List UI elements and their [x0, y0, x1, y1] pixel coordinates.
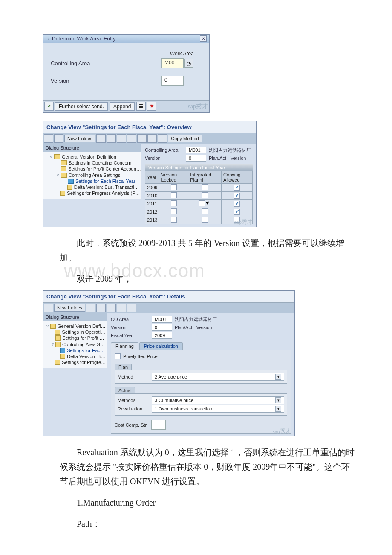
fiscal-year-label: Fiscal Year: [111, 333, 152, 338]
methods-select[interactable]: 3 Cumulative price▾: [152, 396, 284, 404]
append-button[interactable]: Append: [110, 102, 135, 111]
actual-subhead: Actual: [115, 387, 135, 393]
tree-node-progress[interactable]: Settings for Progress Anal: [45, 359, 107, 365]
dropdown-icon[interactable]: ▾: [275, 406, 281, 412]
copying-checkbox[interactable]: ✔: [234, 209, 240, 215]
ca-label: Controlling Area: [145, 147, 186, 153]
tree-node-controlling[interactable]: ▿Controlling Area Settings: [45, 341, 107, 347]
table-row[interactable]: 2009✔: [145, 184, 253, 192]
cell-year: 2013: [145, 216, 159, 224]
integrated-checkbox[interactable]: [202, 184, 208, 190]
tree-node-general[interactable]: ▿General Version Definition: [45, 323, 107, 329]
view-title: Change View "Settings for Each Fiscal Ye…: [43, 121, 256, 133]
dialog-determine-work-area: ☞ Determine Work Area: Entry ✕ Work Area…: [43, 34, 210, 113]
further-select-button[interactable]: Further select cond.: [55, 102, 108, 111]
f4-help-icon[interactable]: ◔: [184, 59, 193, 68]
deselect-icon[interactable]: [137, 134, 147, 143]
revaluation-label: Revaluation: [118, 406, 152, 411]
version-input[interactable]: 0: [161, 76, 184, 86]
window-icon: ☞: [46, 36, 50, 42]
integrated-checkbox[interactable]: [199, 200, 205, 206]
tree-node-operating[interactable]: Settings in Operating Con: [45, 329, 107, 335]
copying-checkbox[interactable]: ✔: [234, 201, 240, 207]
print-icon[interactable]: [147, 134, 157, 143]
version-text: Plan/Act - Version: [175, 325, 212, 330]
save-icon[interactable]: [107, 134, 116, 143]
dialog-title: Determine Work Area: Entry: [52, 36, 115, 42]
ver-value: 0: [186, 155, 206, 162]
save-icon[interactable]: [96, 304, 106, 312]
fiscal-year-value[interactable]: 2009: [152, 332, 172, 339]
tree-node-operating[interactable]: Settings in Operating Concern: [45, 160, 141, 166]
undo-icon[interactable]: [107, 304, 116, 312]
table-row[interactable]: 2010✔: [145, 192, 253, 200]
locked-checkbox[interactable]: [171, 208, 177, 214]
copy-icon[interactable]: [96, 134, 106, 143]
cost-comp-input[interactable]: [151, 420, 166, 430]
table-row[interactable]: 2011 ✔: [145, 200, 253, 208]
watermark-text: sap秀才: [234, 218, 253, 226]
undo-icon[interactable]: [117, 134, 126, 143]
locked-checkbox[interactable]: [171, 192, 177, 198]
toolbar: New Entries Copy Method: [43, 133, 256, 144]
tab-price-calculation[interactable]: Price calculation: [139, 342, 183, 350]
tree-node-general[interactable]: ▿General Version Definition: [45, 153, 141, 160]
ver-text: Plan/Act - Version: [209, 156, 246, 161]
cancel-icon[interactable]: ✖: [147, 102, 156, 111]
tree-panel: Dialog Structure ▿General Version Defini…: [43, 313, 107, 436]
copy-icon[interactable]: [86, 304, 95, 312]
watermark-text: sap秀才: [273, 428, 291, 435]
layout-icon[interactable]: [158, 134, 167, 143]
locked-checkbox[interactable]: [171, 200, 177, 206]
tree-node-fiscal-year[interactable]: Settings for Each Fisca: [45, 347, 107, 353]
fiscal-year-table: Year Version Locked Integrated Planni Co…: [145, 171, 253, 224]
glasses-icon[interactable]: [54, 134, 63, 143]
table-row[interactable]: 2012✔: [145, 208, 253, 216]
section-header: Version Settings for Each Fiscal Year: [145, 164, 253, 171]
pencil-icon[interactable]: [44, 304, 53, 312]
tab-planning[interactable]: Planning: [111, 342, 138, 350]
pencil-icon[interactable]: [44, 134, 53, 143]
revaluation-select[interactable]: 1 Own business transaction▾: [152, 405, 284, 413]
tree-node-delta[interactable]: Delta Version: Bus. Tra: [45, 353, 107, 359]
tree-node-profit[interactable]: Settings for Profit Center Accounting: [45, 166, 141, 172]
prev-icon[interactable]: [117, 304, 126, 312]
overview-window: Change View "Settings for Each Fiscal Ye…: [43, 121, 257, 227]
tree-node-progress[interactable]: Settings for Progress Analysis (Project …: [45, 190, 141, 196]
copying-checkbox[interactable]: ✔: [234, 193, 240, 199]
co-area-value: M001: [152, 316, 172, 323]
integrated-checkbox[interactable]: [202, 217, 208, 223]
tree-node-delta[interactable]: Delta Version: Bus. Transactions from: [45, 184, 141, 190]
next-icon[interactable]: [127, 304, 136, 312]
ver-label: Version: [145, 156, 186, 161]
method-select[interactable]: 2 Average price▾: [152, 373, 284, 381]
copying-checkbox[interactable]: ✔: [234, 185, 240, 191]
dropdown-icon[interactable]: ▾: [275, 397, 281, 403]
dialog-titlebar: ☞ Determine Work Area: Entry ✕: [43, 35, 209, 43]
controlling-area-input[interactable]: M001: [161, 58, 184, 68]
tree-node-fiscal-year[interactable]: Settings for Each Fiscal Year: [45, 178, 141, 184]
cell-year: 2010: [145, 192, 159, 200]
integrated-checkbox[interactable]: [202, 208, 208, 214]
tree-node-controlling[interactable]: ▿Controlling Area Settings: [45, 172, 141, 178]
col-locked: Version Locked: [159, 171, 188, 184]
select-all-icon[interactable]: [127, 134, 136, 143]
locked-checkbox[interactable]: [171, 217, 177, 223]
note-icon[interactable]: ☰: [136, 102, 146, 111]
purely-iter-checkbox[interactable]: [115, 353, 121, 359]
col-integrated: Integrated Planni: [188, 171, 222, 184]
cell-year: 2012: [145, 208, 159, 216]
view-title: Change View "Settings for Each Fiscal Ye…: [43, 291, 294, 303]
copy-method-button[interactable]: Copy Method: [168, 135, 202, 142]
locked-checkbox[interactable]: [171, 184, 177, 190]
new-entries-button[interactable]: New Entries: [64, 135, 95, 142]
ca-text: 沈阳吉力运动器材厂: [209, 147, 251, 153]
integrated-checkbox[interactable]: [202, 192, 208, 198]
confirm-icon[interactable]: ✔: [44, 102, 54, 111]
tree-panel: Dialog Structure ▿General Version Defini…: [43, 144, 141, 227]
tree-node-profit[interactable]: Settings for Profit Center: [45, 335, 107, 341]
close-icon[interactable]: ✕: [200, 35, 207, 42]
paragraph-1: 此时，系统预设 2009-2013 共 5 年的 Version 设置，根据需要…: [60, 236, 358, 265]
new-entries-button[interactable]: New Entries: [54, 304, 85, 312]
dropdown-icon[interactable]: ▾: [275, 374, 281, 380]
